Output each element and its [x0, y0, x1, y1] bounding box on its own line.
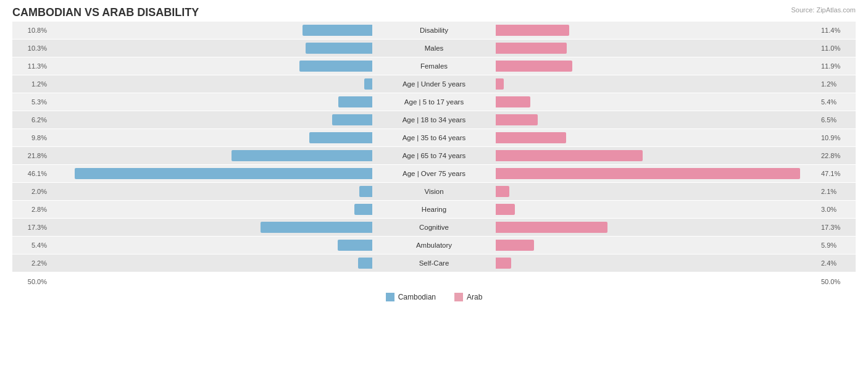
left-bar-container: [49, 168, 372, 179]
center-label: Age | Under 5 years: [372, 80, 496, 88]
chart-container: CAMBODIAN VS ARAB DISABILITY Source: Zip…: [0, 0, 868, 378]
center-label: Disability: [372, 27, 496, 34]
right-value: 2.1%: [819, 188, 856, 195]
left-bar: [232, 150, 372, 161]
center-label: Self-Care: [372, 259, 496, 267]
right-bar-container: [496, 132, 819, 143]
left-bar: [358, 258, 372, 269]
center-label: Vision: [372, 188, 496, 195]
left-value: 11.3%: [12, 62, 49, 70]
right-bar: [496, 204, 515, 215]
left-value: 6.2%: [12, 116, 49, 124]
right-value: 5.4%: [819, 98, 856, 106]
source-text: Source: ZipAtlas.com: [791, 6, 856, 14]
left-value: 5.4%: [12, 242, 49, 249]
cambodian-label: Cambodian: [398, 293, 436, 301]
table-row: 2.8% Hearing 3.0%: [12, 201, 856, 218]
right-bar-container: [496, 240, 819, 251]
table-row: 2.2% Self-Care 2.4%: [12, 254, 856, 272]
right-bar-container: [496, 78, 819, 90]
chart-rows: 10.8% Disability 11.4% 10.3% Males 11.0%…: [12, 22, 856, 272]
left-value: 1.2%: [12, 80, 49, 88]
left-value: 10.8%: [12, 27, 49, 34]
right-bar-container: [496, 150, 819, 161]
center-label: Cognitive: [372, 224, 496, 231]
left-bar: [364, 78, 372, 90]
right-bar: [496, 222, 607, 233]
table-row: 17.3% Cognitive 17.3%: [12, 219, 856, 236]
right-value: 11.9%: [819, 62, 856, 70]
left-bar: [261, 222, 372, 233]
left-bar-container: [49, 114, 372, 125]
right-value: 11.4%: [819, 27, 856, 34]
right-value: 22.8%: [819, 152, 856, 159]
left-bar: [332, 114, 372, 125]
center-label: Females: [372, 62, 496, 70]
center-label: Males: [372, 44, 496, 52]
left-bar-container: [49, 150, 372, 161]
right-bar: [496, 43, 567, 54]
left-value: 5.3%: [12, 98, 49, 106]
left-bar: [309, 132, 373, 143]
left-bar-container: [49, 132, 372, 143]
table-row: 2.0% Vision 2.1%: [12, 183, 856, 200]
right-bar-container: [496, 204, 819, 215]
chart-area: 10.8% Disability 11.4% 10.3% Males 11.0%…: [12, 22, 856, 343]
right-value: 10.9%: [819, 134, 856, 141]
table-row: 9.8% Age | 35 to 64 years 10.9%: [12, 129, 856, 146]
right-bar-container: [496, 258, 819, 269]
left-bar-container: [49, 43, 372, 54]
arab-label: Arab: [467, 293, 482, 301]
right-bar: [496, 96, 530, 107]
right-bar: [496, 168, 800, 179]
legend: Cambodian Arab: [12, 293, 856, 301]
left-bar: [303, 25, 372, 36]
right-bar: [496, 132, 566, 143]
right-bar: [496, 25, 569, 36]
cambodian-color-box: [386, 293, 394, 301]
table-row: 5.3% Age | 5 to 17 years 5.4%: [12, 93, 856, 111]
left-bar: [354, 204, 372, 215]
axis-left: 50.0%: [12, 278, 49, 285]
right-value: 17.3%: [819, 224, 856, 231]
table-row: 6.2% Age | 18 to 34 years 6.5%: [12, 111, 856, 128]
right-bar: [496, 240, 534, 251]
right-bar: [496, 186, 509, 197]
right-bar: [496, 78, 504, 90]
left-bar: [299, 61, 372, 72]
center-label: Ambulatory: [372, 242, 496, 249]
left-value: 9.8%: [12, 134, 49, 141]
right-bar: [496, 114, 538, 125]
right-bar-container: [496, 168, 819, 179]
right-value: 5.9%: [819, 242, 856, 249]
right-value: 6.5%: [819, 116, 856, 124]
left-bar: [306, 43, 372, 54]
left-bar: [359, 186, 372, 197]
table-row: 10.3% Males 11.0%: [12, 40, 856, 57]
left-bar-container: [49, 258, 372, 269]
left-bar: [75, 168, 372, 179]
right-bar-container: [496, 43, 819, 54]
table-row: 21.8% Age | 65 to 74 years 22.8%: [12, 147, 856, 164]
left-value: 10.3%: [12, 44, 49, 52]
center-label: Age | 35 to 64 years: [372, 134, 496, 141]
right-value: 47.1%: [819, 170, 856, 177]
left-bar-container: [49, 61, 372, 72]
table-row: 11.3% Females 11.9%: [12, 57, 856, 75]
left-value: 2.0%: [12, 188, 49, 195]
right-value: 1.2%: [819, 80, 856, 88]
left-bar-container: [49, 96, 372, 107]
legend-arab: Arab: [454, 293, 482, 301]
right-value: 3.0%: [819, 206, 856, 213]
right-bar: [496, 61, 572, 72]
axis-row: 50.0% 50.0%: [12, 274, 856, 289]
left-bar-container: [49, 25, 372, 36]
left-bar-container: [49, 222, 372, 233]
left-bar-container: [49, 240, 372, 251]
left-bar-container: [49, 78, 372, 90]
center-label: Age | 5 to 17 years: [372, 98, 496, 106]
left-value: 46.1%: [12, 170, 49, 177]
center-label: Age | 18 to 34 years: [372, 116, 496, 124]
left-value: 2.8%: [12, 206, 49, 213]
table-row: 46.1% Age | Over 75 years 47.1%: [12, 165, 856, 182]
